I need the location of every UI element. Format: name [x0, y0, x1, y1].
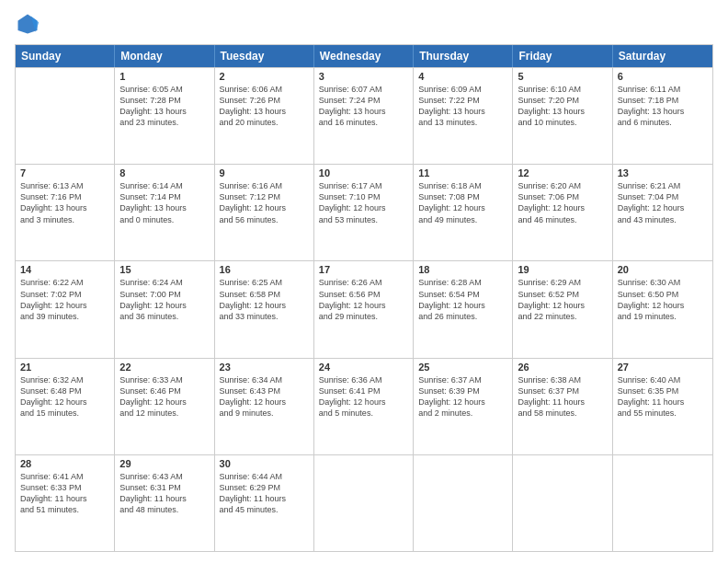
- day-info: Sunrise: 6:06 AMSunset: 7:26 PMDaylight:…: [220, 84, 309, 129]
- day-info: Sunrise: 6:36 AMSunset: 6:41 PMDaylight:…: [319, 374, 408, 419]
- calendar-cell-1-3: 10Sunrise: 6:17 AMSunset: 7:10 PMDayligh…: [314, 165, 414, 260]
- calendar-cell-3-0: 21Sunrise: 6:32 AMSunset: 6:48 PMDayligh…: [16, 359, 115, 454]
- calendar-cell-4-3: [314, 455, 414, 551]
- calendar-cell-1-0: 7Sunrise: 6:13 AMSunset: 7:16 PMDaylight…: [16, 165, 115, 260]
- calendar-cell-4-6: [613, 455, 712, 551]
- day-info: Sunrise: 6:33 AMSunset: 6:46 PMDaylight:…: [119, 374, 209, 419]
- logo-icon: [15, 11, 40, 37]
- day-info: Sunrise: 6:38 AMSunset: 6:37 PMDaylight:…: [518, 374, 607, 419]
- day-number: 6: [618, 71, 708, 82]
- calendar-cell-0-3: 3Sunrise: 6:07 AMSunset: 7:24 PMDaylight…: [314, 68, 414, 164]
- day-info: Sunrise: 6:29 AMSunset: 6:52 PMDaylight:…: [518, 277, 607, 322]
- day-info: Sunrise: 6:10 AMSunset: 7:20 PMDaylight:…: [518, 84, 607, 129]
- day-number: 27: [618, 362, 708, 373]
- calendar-cell-3-5: 26Sunrise: 6:38 AMSunset: 6:37 PMDayligh…: [513, 359, 612, 454]
- day-number: 14: [20, 264, 109, 275]
- header-cell-saturday: Saturday: [613, 45, 712, 67]
- day-info: Sunrise: 6:24 AMSunset: 7:00 PMDaylight:…: [119, 277, 209, 322]
- day-number: 9: [220, 167, 309, 178]
- day-info: Sunrise: 6:17 AMSunset: 7:10 PMDaylight:…: [319, 180, 408, 225]
- day-number: 15: [119, 264, 209, 275]
- day-number: 26: [518, 362, 607, 373]
- calendar-cell-4-4: [414, 455, 513, 551]
- calendar-cell-3-1: 22Sunrise: 6:33 AMSunset: 6:46 PMDayligh…: [115, 359, 214, 454]
- calendar-cell-0-5: 5Sunrise: 6:10 AMSunset: 7:20 PMDaylight…: [513, 68, 612, 164]
- day-info: Sunrise: 6:05 AMSunset: 7:28 PMDaylight:…: [119, 84, 209, 129]
- day-number: 16: [220, 264, 309, 275]
- day-info: Sunrise: 6:07 AMSunset: 7:24 PMDaylight:…: [319, 84, 408, 129]
- day-number: 4: [418, 71, 507, 82]
- calendar-cell-2-2: 16Sunrise: 6:25 AMSunset: 6:58 PMDayligh…: [215, 261, 314, 357]
- calendar-body: 1Sunrise: 6:05 AMSunset: 7:28 PMDaylight…: [16, 67, 712, 551]
- day-number: 23: [220, 362, 309, 373]
- calendar-cell-4-5: [513, 455, 612, 551]
- calendar-cell-2-6: 20Sunrise: 6:30 AMSunset: 6:50 PMDayligh…: [613, 261, 712, 357]
- calendar-cell-4-2: 30Sunrise: 6:44 AMSunset: 6:29 PMDayligh…: [215, 455, 314, 551]
- day-number: 25: [418, 362, 507, 373]
- calendar-cell-3-4: 25Sunrise: 6:37 AMSunset: 6:39 PMDayligh…: [414, 359, 513, 454]
- day-info: Sunrise: 6:30 AMSunset: 6:50 PMDaylight:…: [618, 277, 708, 322]
- day-info: Sunrise: 6:16 AMSunset: 7:12 PMDaylight:…: [220, 180, 309, 225]
- day-number: 17: [319, 264, 408, 275]
- day-number: 12: [518, 167, 607, 178]
- calendar-cell-4-0: 28Sunrise: 6:41 AMSunset: 6:33 PMDayligh…: [16, 455, 115, 551]
- calendar-cell-2-5: 19Sunrise: 6:29 AMSunset: 6:52 PMDayligh…: [513, 261, 612, 357]
- day-info: Sunrise: 6:25 AMSunset: 6:58 PMDaylight:…: [220, 277, 309, 322]
- day-number: 20: [618, 264, 708, 275]
- day-info: Sunrise: 6:28 AMSunset: 6:54 PMDaylight:…: [418, 277, 507, 322]
- day-info: Sunrise: 6:34 AMSunset: 6:43 PMDaylight:…: [220, 374, 309, 419]
- day-info: Sunrise: 6:44 AMSunset: 6:29 PMDaylight:…: [220, 471, 309, 516]
- day-info: Sunrise: 6:37 AMSunset: 6:39 PMDaylight:…: [418, 374, 507, 419]
- day-info: Sunrise: 6:14 AMSunset: 7:14 PMDaylight:…: [119, 180, 209, 225]
- logo: [15, 11, 44, 37]
- calendar-row-1: 7Sunrise: 6:13 AMSunset: 7:16 PMDaylight…: [16, 164, 712, 260]
- day-number: 8: [119, 167, 209, 178]
- day-info: Sunrise: 6:21 AMSunset: 7:04 PMDaylight:…: [618, 180, 708, 225]
- calendar-cell-1-6: 13Sunrise: 6:21 AMSunset: 7:04 PMDayligh…: [613, 165, 712, 260]
- header-cell-sunday: Sunday: [16, 45, 115, 67]
- calendar-row-2: 14Sunrise: 6:22 AMSunset: 7:02 PMDayligh…: [16, 260, 712, 357]
- calendar-cell-3-3: 24Sunrise: 6:36 AMSunset: 6:41 PMDayligh…: [314, 359, 414, 454]
- day-number: 24: [319, 362, 408, 373]
- calendar-cell-3-6: 27Sunrise: 6:40 AMSunset: 6:35 PMDayligh…: [613, 359, 712, 454]
- day-number: 10: [319, 167, 408, 178]
- calendar-cell-2-1: 15Sunrise: 6:24 AMSunset: 7:00 PMDayligh…: [115, 261, 214, 357]
- calendar-cell-2-0: 14Sunrise: 6:22 AMSunset: 7:02 PMDayligh…: [16, 261, 115, 357]
- day-info: Sunrise: 6:11 AMSunset: 7:18 PMDaylight:…: [618, 84, 708, 129]
- calendar-row-0: 1Sunrise: 6:05 AMSunset: 7:28 PMDaylight…: [16, 67, 712, 164]
- calendar-cell-3-2: 23Sunrise: 6:34 AMSunset: 6:43 PMDayligh…: [215, 359, 314, 454]
- day-info: Sunrise: 6:32 AMSunset: 6:48 PMDaylight:…: [20, 374, 109, 419]
- calendar-cell-4-1: 29Sunrise: 6:43 AMSunset: 6:31 PMDayligh…: [115, 455, 214, 551]
- day-info: Sunrise: 6:13 AMSunset: 7:16 PMDaylight:…: [20, 180, 109, 225]
- calendar-cell-1-4: 11Sunrise: 6:18 AMSunset: 7:08 PMDayligh…: [414, 165, 513, 260]
- day-number: 22: [119, 362, 209, 373]
- calendar-cell-1-1: 8Sunrise: 6:14 AMSunset: 7:14 PMDaylight…: [115, 165, 214, 260]
- header-cell-tuesday: Tuesday: [215, 45, 314, 67]
- day-info: Sunrise: 6:43 AMSunset: 6:31 PMDaylight:…: [119, 471, 209, 516]
- calendar-cell-0-2: 2Sunrise: 6:06 AMSunset: 7:26 PMDaylight…: [215, 68, 314, 164]
- page: SundayMondayTuesdayWednesdayThursdayFrid…: [0, 0, 728, 563]
- calendar-cell-0-6: 6Sunrise: 6:11 AMSunset: 7:18 PMDaylight…: [613, 68, 712, 164]
- day-number: 18: [418, 264, 507, 275]
- day-number: 30: [220, 458, 309, 469]
- calendar-cell-0-1: 1Sunrise: 6:05 AMSunset: 7:28 PMDaylight…: [115, 68, 214, 164]
- calendar: SundayMondayTuesdayWednesdayThursdayFrid…: [15, 44, 713, 552]
- day-info: Sunrise: 6:09 AMSunset: 7:22 PMDaylight:…: [418, 84, 507, 129]
- day-number: 19: [518, 264, 607, 275]
- day-number: 21: [20, 362, 109, 373]
- day-number: 7: [20, 167, 109, 178]
- day-info: Sunrise: 6:20 AMSunset: 7:06 PMDaylight:…: [518, 180, 607, 225]
- calendar-cell-0-4: 4Sunrise: 6:09 AMSunset: 7:22 PMDaylight…: [414, 68, 513, 164]
- day-number: 29: [119, 458, 209, 469]
- calendar-cell-2-3: 17Sunrise: 6:26 AMSunset: 6:56 PMDayligh…: [314, 261, 414, 357]
- day-info: Sunrise: 6:40 AMSunset: 6:35 PMDaylight:…: [618, 374, 708, 419]
- day-number: 3: [319, 71, 408, 82]
- header: [15, 11, 713, 37]
- header-cell-monday: Monday: [115, 45, 214, 67]
- day-info: Sunrise: 6:41 AMSunset: 6:33 PMDaylight:…: [20, 471, 109, 516]
- day-number: 1: [119, 71, 209, 82]
- header-cell-thursday: Thursday: [414, 45, 513, 67]
- day-number: 11: [418, 167, 507, 178]
- calendar-header: SundayMondayTuesdayWednesdayThursdayFrid…: [16, 45, 712, 67]
- day-info: Sunrise: 6:26 AMSunset: 6:56 PMDaylight:…: [319, 277, 408, 322]
